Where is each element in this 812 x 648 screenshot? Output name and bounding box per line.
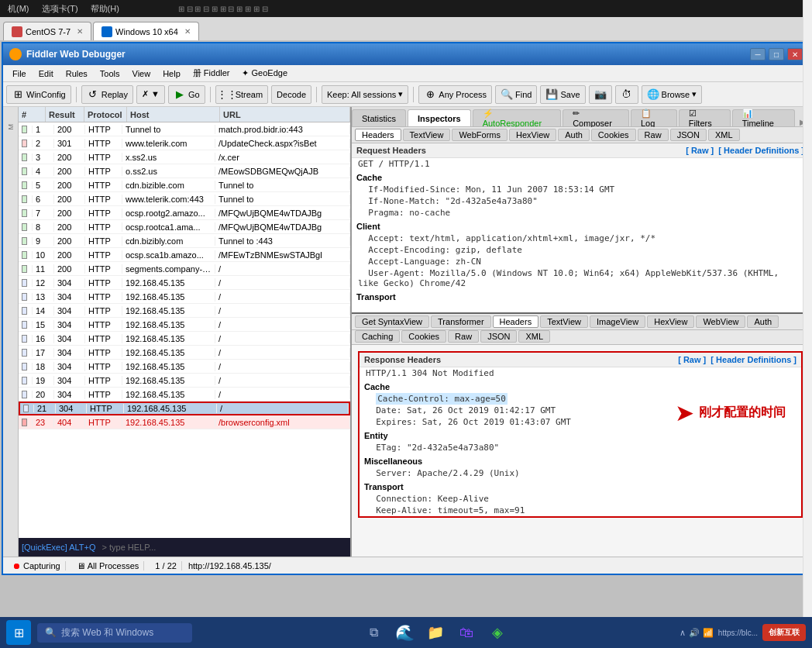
session-row-1[interactable]: 1200HTTPTunnel tomatch.prod.bidr.io:443 xyxy=(19,122,350,136)
insp-tab-raw[interactable]: Raw xyxy=(638,129,669,141)
tab-autoresponder[interactable]: ⚡ AutoResponder xyxy=(473,109,562,126)
go-button[interactable]: ▶ Go xyxy=(168,85,205,104)
timer-button[interactable]: ⏱ xyxy=(615,85,638,104)
tray-up-icon[interactable]: ∧ xyxy=(680,628,686,638)
insp-tab-xml[interactable]: XML xyxy=(708,129,740,141)
insp-tab-webforms[interactable]: WebForms xyxy=(452,129,508,141)
bottom-tab-textview[interactable]: TextView xyxy=(540,315,588,328)
decode-button[interactable]: Decode xyxy=(271,85,311,104)
menu-help[interactable]: Help xyxy=(157,67,187,80)
tab-centos[interactable]: CentOS 7-7 ✕ xyxy=(3,22,91,40)
bottom-tab-hexview[interactable]: HexView xyxy=(647,315,694,328)
bottom-tab-raw2[interactable]: Raw xyxy=(448,330,479,343)
session-row-9[interactable]: 9200HTTPcdn.bizibly.comTunnel to :443 xyxy=(19,234,350,248)
session-row-7[interactable]: 7200HTTPocsp.rootg2.amazo.../MFQwUjBQME4… xyxy=(19,206,350,220)
taskbar-store-icon[interactable]: 🛍 xyxy=(454,620,479,645)
winconfig-button[interactable]: ⊞ WinConfig xyxy=(6,85,71,104)
session-row-8[interactable]: 8200HTTPocsp.rootca1.ama.../MFQwUjBQME4w… xyxy=(19,220,350,234)
insp-tab-cookies[interactable]: Cookies xyxy=(591,129,636,141)
bottom-tab-imageview[interactable]: ImageView xyxy=(590,315,645,328)
quickexec-input[interactable] xyxy=(102,543,347,552)
tab-statistics[interactable]: Statistics xyxy=(352,109,406,126)
find-button[interactable]: 🔍 Find xyxy=(495,85,537,104)
session-row-12[interactable]: 12304HTTP192.168.45.135/ xyxy=(19,276,350,290)
taskbar-app-icon[interactable]: ◈ xyxy=(485,620,510,645)
menu-view[interactable]: View xyxy=(126,67,157,80)
bottom-tab-cookies2[interactable]: Cookies xyxy=(401,330,446,343)
menu-machine[interactable]: 机(M) xyxy=(3,3,34,15)
request-headers-links[interactable]: [ Raw ] [ Header Definitions ] xyxy=(686,146,804,155)
response-headers-links[interactable]: [ Raw ] [ Header Definitions ] xyxy=(678,355,797,364)
menu-geoedge[interactable]: ✦ GeoEdge xyxy=(236,67,294,80)
insp-tab-json[interactable]: JSON xyxy=(670,129,707,141)
session-row-2[interactable]: 2301HTTPwww.telerik.com/UpdateCheck.aspx… xyxy=(19,136,350,150)
tab-windows10-close[interactable]: ✕ xyxy=(184,27,191,36)
tab-inspectors[interactable]: Inspectors xyxy=(408,109,471,126)
bottom-tab-auth[interactable]: Auth xyxy=(747,315,779,328)
session-row-4[interactable]: 4200HTTPo.ss2.us/MEowSDBGMEQwQjAJB xyxy=(19,164,350,178)
session-row-18[interactable]: 18304HTTP192.168.45.135/ xyxy=(19,360,350,374)
session-row-6[interactable]: 6200HTTPwww.telerik.com:443Tunnel to xyxy=(19,192,350,206)
col-header-host[interactable]: Host xyxy=(127,107,220,122)
replay-button[interactable]: ↺ Replay xyxy=(81,85,133,104)
tab-composer[interactable]: ✏ Composer xyxy=(563,109,629,126)
session-row-13[interactable]: 13304HTTP192.168.45.135/ xyxy=(19,290,350,304)
bottom-tab-webview[interactable]: WebView xyxy=(696,315,745,328)
menu-edit[interactable]: Edit xyxy=(33,67,60,80)
tab-log[interactable]: 📋 Log xyxy=(631,109,677,126)
insp-tab-auth[interactable]: Auth xyxy=(558,129,590,141)
capturing-status[interactable]: ⏺ Capturing xyxy=(8,561,66,570)
maximize-button[interactable]: □ xyxy=(769,48,784,60)
session-row-23[interactable]: 23404HTTP192.168.45.135/browserconfig.xm… xyxy=(19,415,350,429)
any-process-button[interactable]: ⊕ Any Process xyxy=(418,85,492,104)
sessions-list[interactable]: 1200HTTPTunnel tomatch.prod.bidr.io:4432… xyxy=(19,122,350,538)
insp-tab-headers[interactable]: Headers xyxy=(355,129,401,141)
col-header-url[interactable]: URL xyxy=(220,107,350,122)
tab-filters[interactable]: ☑ Filters xyxy=(679,109,731,126)
close-button[interactable]: ✕ xyxy=(787,48,803,60)
session-row-3[interactable]: 3200HTTPx.ss2.us/x.cer xyxy=(19,150,350,164)
menu-fiddler[interactable]: 册 Fiddler xyxy=(187,66,236,81)
col-header-protocol[interactable]: Protocol xyxy=(84,107,127,122)
col-header-result[interactable]: Result xyxy=(46,107,84,122)
start-button[interactable]: ⊞ xyxy=(6,620,31,645)
taskbar-edge-icon[interactable]: 🌊 xyxy=(392,620,417,645)
menu-tools[interactable]: Tools xyxy=(94,67,126,80)
session-row-21[interactable]: 21304HTTP192.168.45.135/ xyxy=(19,402,350,415)
bottom-tab-transformer[interactable]: Transformer xyxy=(431,315,491,328)
browse-button[interactable]: 🌐 Browse ▾ xyxy=(642,85,703,104)
tab-windows10[interactable]: Windows 10 x64 ✕ xyxy=(93,22,199,40)
session-row-15[interactable]: 15304HTTP192.168.45.135/ xyxy=(19,318,350,332)
session-row-5[interactable]: 5200HTTPcdn.bizible.comTunnel to xyxy=(19,178,350,192)
insp-tab-textview[interactable]: TextView xyxy=(403,129,451,141)
bottom-tab-caching[interactable]: Caching xyxy=(355,330,400,343)
session-row-14[interactable]: 14304HTTP192.168.45.135/ xyxy=(19,304,350,318)
tab-centos-close[interactable]: ✕ xyxy=(77,27,83,36)
save-button[interactable]: 💾 Save xyxy=(540,85,585,104)
actions-button[interactable]: ✗ ▼ xyxy=(136,85,165,104)
menu-tab[interactable]: 选项卡(T) xyxy=(37,3,83,15)
menu-file[interactable]: File xyxy=(6,67,33,80)
keep-dropdown[interactable]: Keep: All sessions ▾ xyxy=(322,85,408,104)
col-header-num[interactable]: # xyxy=(19,107,46,122)
stream-button[interactable]: ⋮⋮ Stream xyxy=(215,85,268,104)
session-row-19[interactable]: 19304HTTP192.168.45.135/ xyxy=(19,374,350,388)
taskbar-multitask-icon[interactable]: ⧉ xyxy=(361,620,386,645)
session-row-20[interactable]: 20304HTTP192.168.45.135/ xyxy=(19,388,350,402)
insp-tab-hexview[interactable]: HexView xyxy=(509,129,556,141)
menu-rules[interactable]: Rules xyxy=(60,67,94,80)
bottom-tab-json2[interactable]: JSON xyxy=(480,330,517,343)
session-row-17[interactable]: 17304HTTP192.168.45.135/ xyxy=(19,346,350,360)
minimize-button[interactable]: ─ xyxy=(750,48,766,60)
taskbar-folder-icon[interactable]: 📁 xyxy=(423,620,448,645)
taskbar-search[interactable]: 🔍 搜索 Web 和 Windows xyxy=(37,623,192,643)
menu-help[interactable]: 帮助(H) xyxy=(86,3,124,15)
session-row-16[interactable]: 16304HTTP192.168.45.135/ xyxy=(19,332,350,346)
bottom-tab-syntaxview[interactable]: Get SyntaxView xyxy=(355,315,429,328)
session-row-10[interactable]: 10200HTTPocsp.sca1b.amazo.../MFEwTzBNMEs… xyxy=(19,248,350,262)
bottom-tab-headers[interactable]: Headers xyxy=(493,315,539,328)
bottom-tab-xml2[interactable]: XML xyxy=(518,330,550,343)
request-scrollbar[interactable] xyxy=(803,143,809,314)
all-processes-status[interactable]: 🖥 All Processes xyxy=(72,561,145,570)
tab-timeline[interactable]: 📊 Timeline xyxy=(732,109,795,126)
